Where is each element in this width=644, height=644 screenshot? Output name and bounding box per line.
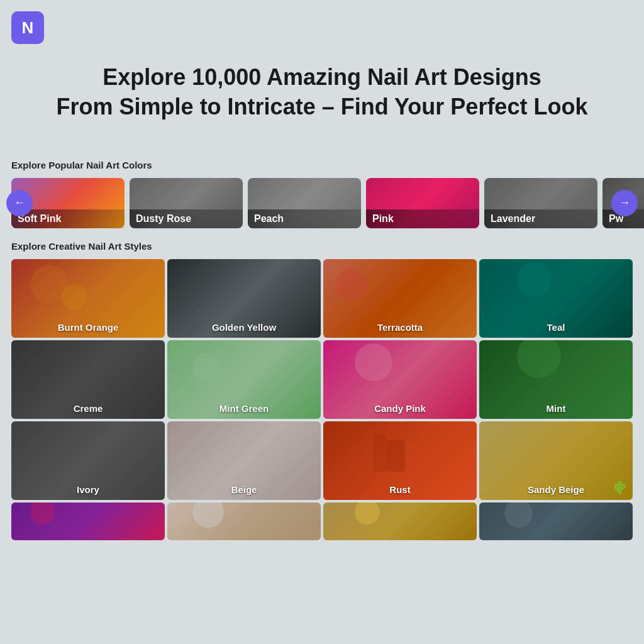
grid-item-burnt-orange[interactable]: Burnt Orange	[11, 259, 165, 338]
grid-item-teal[interactable]: Teal	[479, 259, 633, 338]
colors-section: Explore Popular Nail Art Colors ← Soft P…	[0, 160, 644, 228]
grid-item-ivory[interactable]: Ivory	[11, 421, 165, 500]
color-strip: Soft Pink Dusty Rose Peach Pink Lavender	[0, 178, 644, 228]
grid-item-row4-4[interactable]	[479, 502, 633, 540]
grid-item-golden-yellow[interactable]: Golden Yellow	[167, 259, 321, 338]
styles-row-1: Burnt Orange Golden Yellow Terracotta Te…	[11, 259, 633, 338]
grid-item-beige[interactable]: Beige	[167, 421, 321, 500]
color-card-peach[interactable]: Peach	[248, 178, 361, 228]
app-icon[interactable]: N	[11, 11, 44, 44]
styles-section: Explore Creative Nail Art Styles Burnt O…	[0, 241, 644, 540]
grid-item-mint[interactable]: Mint	[479, 340, 633, 419]
grid-item-creme[interactable]: Creme	[11, 340, 165, 419]
colors-section-label: Explore Popular Nail Art Colors	[11, 160, 633, 170]
color-card-dusty-rose[interactable]: Dusty Rose	[130, 178, 243, 228]
hero-title: Explore 10,000 Amazing Nail Art Designs …	[25, 63, 619, 122]
grid-item-rust[interactable]: Rust	[323, 421, 477, 500]
grid-item-mint-green[interactable]: Mint Green	[167, 340, 321, 419]
color-strip-wrapper: ← Soft Pink Dusty Rose Peach Pink	[0, 178, 644, 228]
grid-item-row4-1[interactable]	[11, 502, 165, 540]
styles-row-3: Ivory Beige Rust Sandy Beige 🌵	[11, 421, 633, 500]
color-card-lavender[interactable]: Lavender	[484, 178, 597, 228]
styles-row-2: Creme Mint Green Candy Pink Mint	[11, 340, 633, 419]
grid-item-sandy-beige[interactable]: Sandy Beige 🌵	[479, 421, 633, 500]
styles-grid: Burnt Orange Golden Yellow Terracotta Te…	[0, 259, 644, 540]
sandy-beige-emoji: 🌵	[612, 480, 628, 495]
hero-section: Explore 10,000 Amazing Nail Art Designs …	[0, 0, 644, 147]
grid-item-candy-pink[interactable]: Candy Pink	[323, 340, 477, 419]
nav-arrow-right[interactable]: →	[611, 190, 638, 216]
grid-item-row4-3[interactable]	[323, 502, 477, 540]
styles-section-label: Explore Creative Nail Art Styles	[11, 241, 633, 252]
nav-arrow-left[interactable]: ←	[6, 190, 33, 216]
grid-item-terracotta[interactable]: Terracotta	[323, 259, 477, 338]
color-card-pink[interactable]: Pink	[366, 178, 479, 228]
grid-item-row4-2[interactable]	[167, 502, 321, 540]
styles-row-4	[11, 502, 633, 540]
